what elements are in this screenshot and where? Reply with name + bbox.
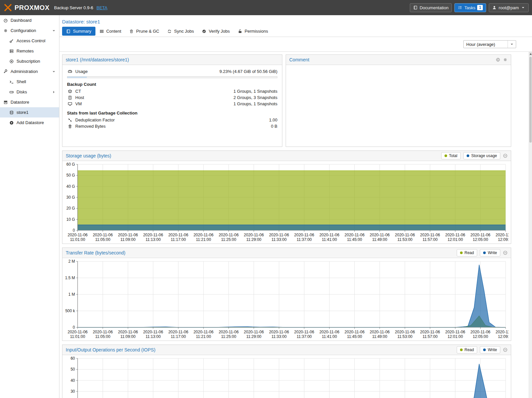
comment-panel-title: Comment bbox=[289, 57, 309, 62]
chart-title: Storage usage (bytes) bbox=[66, 153, 111, 158]
legend-read-button[interactable]: Read bbox=[457, 346, 478, 353]
legend-color-dot bbox=[483, 348, 486, 351]
sidebar-item-datastore[interactable]: Datastore bbox=[0, 97, 59, 107]
wrench-icon bbox=[3, 69, 8, 74]
collapse-panel-icon[interactable] bbox=[503, 153, 508, 158]
sidebar-item-label: Add Datastore bbox=[17, 120, 44, 125]
documentation-button[interactable]: Documentation bbox=[410, 3, 452, 12]
svg-text:2020-11-06: 2020-11-06 bbox=[370, 330, 390, 334]
sidebar-item-subscription[interactable]: Subscription bbox=[0, 56, 59, 66]
legend-total-button[interactable]: Total bbox=[441, 152, 461, 159]
beta-link[interactable]: BETA bbox=[96, 5, 107, 10]
removed-bytes-row: Removed Bytes0 B bbox=[67, 123, 277, 129]
svg-text:11:21:00: 11:21:00 bbox=[196, 334, 211, 339]
charts-container: Storage usage (bytes)TotalStorage usage0… bbox=[62, 150, 511, 398]
panel-header: Comment bbox=[286, 55, 511, 65]
chart-tools: ReadWrite bbox=[457, 346, 508, 353]
row-label: Host bbox=[75, 95, 84, 100]
svg-text:2020-11-06: 2020-11-06 bbox=[118, 330, 138, 334]
tab-summary[interactable]: Summary bbox=[62, 27, 95, 36]
gear-icon[interactable] bbox=[503, 57, 508, 62]
svg-text:11:49:00: 11:49:00 bbox=[372, 237, 387, 242]
brand-name: PROXMOX bbox=[15, 4, 50, 12]
row-label: Removed Bytes bbox=[75, 124, 106, 129]
user-icon bbox=[492, 5, 497, 10]
page-title: Datastore: store1 bbox=[59, 15, 532, 27]
collapse-panel-icon[interactable] bbox=[503, 348, 508, 352]
svg-text:2020-11-06: 2020-11-06 bbox=[68, 233, 88, 237]
comment-panel-tools bbox=[496, 57, 508, 62]
book-icon bbox=[413, 5, 418, 10]
chart-panel-transfer-rate-bytes-second: Transfer Rate (bytes/second)ReadWrite050… bbox=[62, 248, 511, 341]
svg-text:12:05:00: 12:05:00 bbox=[473, 237, 488, 242]
cube-icon bbox=[67, 89, 73, 94]
sidebar-item-access-control[interactable]: Access Control bbox=[0, 36, 59, 46]
tab-sync-jobs[interactable]: Sync Jobs bbox=[163, 27, 198, 36]
legend-read-button[interactable]: Read bbox=[457, 249, 478, 256]
scrollbar-up-arrow[interactable] bbox=[529, 51, 532, 56]
svg-text:2020-11-06: 2020-11-06 bbox=[269, 330, 289, 334]
hdd-icon bbox=[67, 69, 73, 74]
user-menu-button[interactable]: root@pam bbox=[489, 3, 529, 12]
deduplication-factor-row: Deduplication Factor1.00 bbox=[67, 117, 277, 123]
chart-toolbar: Hour (average) bbox=[59, 37, 532, 52]
legend-write-button[interactable]: Write bbox=[480, 249, 500, 256]
chart-title: Input/Output Operations per Second (IOPS… bbox=[66, 347, 156, 352]
collapse-panel-icon[interactable] bbox=[503, 250, 508, 255]
svg-text:11:25:00: 11:25:00 bbox=[221, 237, 236, 242]
vertical-scrollbar[interactable] bbox=[529, 51, 532, 398]
chart-canvas-transfer-rate-bytes-second: 0500 k1 M1.5 M2 M2020-11-0611:01:002020-… bbox=[62, 258, 509, 341]
row-value: 1 Groups, 1 Snapshots bbox=[233, 101, 277, 106]
sidebar-item-disks[interactable]: Disks bbox=[0, 87, 59, 97]
svg-text:11:53:00: 11:53:00 bbox=[397, 237, 412, 242]
sidebar-item-administration[interactable]: Administration bbox=[0, 66, 59, 77]
unlock-icon bbox=[238, 29, 242, 34]
caret-down-icon[interactable] bbox=[51, 69, 56, 74]
svg-text:11:53:00: 11:53:00 bbox=[397, 334, 412, 339]
backup-count-heading: Backup Count bbox=[67, 82, 277, 87]
scrollbar-thumb[interactable] bbox=[529, 57, 532, 143]
sidebar-item-label: Remotes bbox=[17, 49, 34, 53]
legend-storage-usage-button[interactable]: Storage usage bbox=[463, 152, 500, 159]
sidebar-item-label: Configuration bbox=[11, 28, 36, 33]
sidebar-item-store1[interactable]: store1 bbox=[0, 107, 59, 117]
refresh-icon[interactable] bbox=[496, 57, 500, 62]
sidebar-item-dashboard[interactable]: Dashboard bbox=[0, 15, 59, 25]
sidebar-item-add-datastore[interactable]: Add Datastore bbox=[0, 117, 59, 128]
svg-text:11:29:00: 11:29:00 bbox=[246, 237, 262, 242]
topbar-actions: Documentation Tasks 1 root@pam bbox=[410, 3, 529, 12]
svg-text:30 G: 30 G bbox=[66, 195, 75, 200]
legend-label: Write bbox=[488, 250, 497, 255]
svg-text:2020-11-06: 2020-11-06 bbox=[118, 233, 138, 237]
panel-header: Storage usage (bytes)TotalStorage usage bbox=[62, 151, 511, 161]
svg-text:11:01:00: 11:01:00 bbox=[70, 334, 85, 339]
sidebar-item-remotes[interactable]: Remotes bbox=[0, 46, 59, 56]
svg-text:2020-11-06: 2020-11-06 bbox=[471, 233, 491, 237]
tab-permissions[interactable]: Permissions bbox=[234, 27, 272, 36]
datastore-summary-panel: store1 (/mnt/datastores/store1) Usage 9.… bbox=[62, 54, 282, 147]
datastore-icon bbox=[3, 100, 8, 105]
svg-text:2020-11-06: 2020-11-06 bbox=[319, 330, 339, 334]
caret-down-icon[interactable] bbox=[51, 28, 56, 33]
database-icon bbox=[9, 110, 14, 115]
tab-verify-jobs[interactable]: Verify Jobs bbox=[198, 27, 234, 36]
remotes-icon bbox=[9, 49, 14, 53]
book-icon bbox=[66, 29, 71, 34]
svg-text:2020-11-06: 2020-11-06 bbox=[471, 330, 491, 334]
comment-content[interactable] bbox=[286, 65, 511, 147]
legend-write-button[interactable]: Write bbox=[480, 346, 500, 353]
tasks-button[interactable]: Tasks 1 bbox=[454, 3, 486, 12]
tab-content[interactable]: Content bbox=[95, 27, 125, 36]
tab-bar: SummaryContentPrune & GCSync JobsVerify … bbox=[59, 27, 532, 37]
time-range-select[interactable]: Hour (average) bbox=[463, 40, 516, 48]
svg-text:2020-11-06: 2020-11-06 bbox=[168, 330, 189, 334]
chart-canvas-input-output-operations-per-second-iops: 01020304050602020-11-0611:01:002020-11-0… bbox=[62, 355, 509, 398]
panel-header: Transfer Rate (bytes/second)ReadWrite bbox=[62, 248, 511, 258]
caret-right-icon[interactable] bbox=[51, 90, 56, 94]
sidebar-item-configuration[interactable]: Configuration bbox=[0, 25, 59, 36]
svg-text:2020-11-06: 2020-11-06 bbox=[294, 233, 314, 237]
tab-prune-gc[interactable]: Prune & GC bbox=[125, 27, 163, 36]
sidebar-item-label: Access Control bbox=[17, 38, 45, 43]
svg-text:11:33:00: 11:33:00 bbox=[271, 237, 287, 242]
sidebar-item-shell[interactable]: Shell bbox=[0, 77, 59, 87]
